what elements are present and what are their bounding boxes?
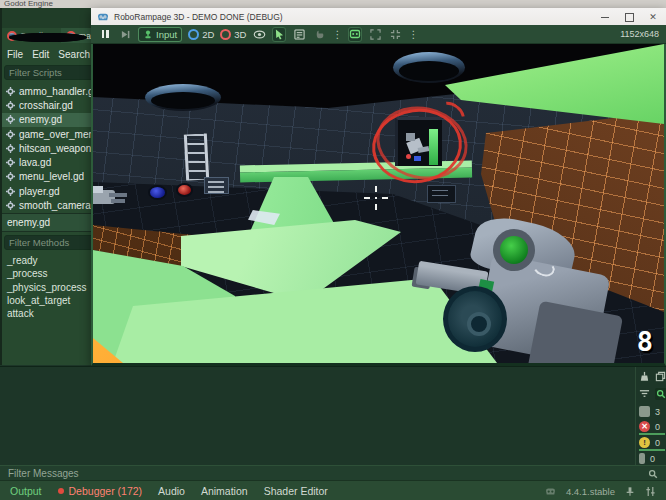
collapse-filter-icon[interactable] bbox=[639, 388, 650, 399]
player-gun bbox=[415, 216, 600, 363]
crosshair bbox=[364, 186, 388, 210]
menu-file[interactable]: File bbox=[7, 49, 23, 60]
method-list: _ready _process _physics_process look_at… bbox=[2, 254, 94, 320]
errors-filter-icon[interactable]: ✕ bbox=[639, 421, 650, 432]
keep-aspect-button[interactable] bbox=[368, 27, 382, 42]
method-name: _process bbox=[7, 268, 48, 279]
camera-override-button[interactable] bbox=[252, 27, 266, 42]
red-annotation-circle bbox=[372, 107, 464, 181]
gear-icon bbox=[6, 87, 15, 96]
method-name: attack bbox=[7, 308, 34, 319]
filter-methods-input[interactable] bbox=[4, 235, 94, 250]
script-list-item[interactable]: game_over_menu.gd bbox=[2, 127, 94, 141]
node-list-button[interactable] bbox=[292, 27, 306, 42]
filter-messages-input[interactable] bbox=[0, 467, 648, 480]
pause-button[interactable] bbox=[98, 27, 112, 42]
gear-icon bbox=[6, 144, 15, 153]
gear-icon bbox=[6, 201, 15, 210]
script-list-item[interactable]: smooth_camera.gd bbox=[2, 198, 94, 212]
script-name: enemy.gd bbox=[19, 114, 62, 125]
minimize-button[interactable] bbox=[600, 12, 610, 22]
next-frame-button[interactable] bbox=[118, 27, 132, 42]
select-mode-button[interactable] bbox=[272, 27, 286, 42]
panel-toggle-icon[interactable] bbox=[645, 486, 656, 497]
script-list: ammo_handler.gd crosshair.gd enemy.gd ga… bbox=[2, 84, 94, 213]
unsaved-dot-icon bbox=[66, 31, 76, 41]
gear-icon bbox=[6, 130, 15, 139]
input-mode-button[interactable]: Input bbox=[138, 27, 182, 42]
editor-count: 0 bbox=[650, 454, 655, 464]
filter-scripts-input[interactable] bbox=[4, 65, 94, 80]
method-list-item[interactable]: attack bbox=[2, 307, 94, 320]
embed-game-button[interactable] bbox=[348, 27, 362, 42]
tab-audio[interactable]: Audio bbox=[158, 485, 185, 497]
script-name: hitscan_weapon.gd bbox=[19, 143, 94, 154]
method-name: _ready bbox=[7, 255, 38, 266]
script-name: menu_level.gd bbox=[19, 171, 84, 182]
gear-icon bbox=[6, 187, 15, 196]
tab-debugger-label: Debugger (172) bbox=[69, 485, 143, 497]
method-list-item[interactable]: _ready bbox=[2, 254, 94, 267]
blue-gem-pickup bbox=[148, 185, 167, 200]
interaction-mode-button[interactable] bbox=[312, 27, 326, 42]
script-name: crosshair.gd bbox=[19, 100, 73, 111]
current-script-name: enemy.gd bbox=[7, 217, 50, 228]
output-log-area[interactable]: 3 ✕ 0 ! 0 0 bbox=[0, 367, 666, 465]
script-list-item[interactable]: crosshair.gd bbox=[2, 98, 94, 112]
wall-screen bbox=[427, 185, 456, 203]
scene-tab-main-level[interactable]: main_le bbox=[61, 28, 94, 43]
menu-search[interactable]: Search bbox=[58, 49, 90, 60]
script-name: game_over_menu.gd bbox=[19, 129, 94, 140]
ceiling-ring-light bbox=[393, 52, 465, 83]
tab-animation[interactable]: Animation bbox=[201, 485, 248, 497]
game-window-titlebar[interactable]: RoboRampage 3D - DEMO DONE (DEBUG) ✕ bbox=[91, 8, 666, 25]
game-viewport[interactable]: 8 bbox=[91, 44, 666, 366]
script-list-item[interactable]: menu_level.gd bbox=[2, 170, 94, 184]
messages-filter-icon[interactable] bbox=[639, 406, 650, 417]
messages-count: 3 bbox=[655, 407, 660, 417]
gear-icon bbox=[6, 115, 15, 124]
menu-edit[interactable]: Edit bbox=[32, 49, 49, 60]
bottom-status-bar: Output Debugger (172) Audio Animation Sh… bbox=[0, 480, 666, 500]
output-panel: 3 ✕ 0 ! 0 0 Output Debugger (172) Audio bbox=[0, 366, 666, 500]
mode-2d-button[interactable]: 2D bbox=[188, 29, 214, 40]
more-options-icon[interactable]: ⋮ bbox=[332, 27, 342, 42]
method-list-item[interactable]: _physics_process bbox=[2, 281, 94, 294]
godot-logo-icon bbox=[97, 12, 109, 22]
method-list-item[interactable]: _process bbox=[2, 267, 94, 280]
tab-debugger[interactable]: Debugger (172) bbox=[58, 485, 143, 497]
stretch-mode-button[interactable] bbox=[388, 27, 402, 42]
warnings-filter-icon[interactable]: ! bbox=[639, 437, 650, 448]
script-name: lava.gd bbox=[19, 157, 51, 168]
script-list-item[interactable]: player.gd bbox=[2, 184, 94, 198]
script-name: ammo_handler.gd bbox=[19, 86, 94, 97]
tab-output[interactable]: Output bbox=[10, 485, 42, 497]
red-gem-pickup bbox=[176, 183, 193, 197]
wall-sign bbox=[204, 177, 229, 194]
mode-3d-button[interactable]: 3D bbox=[220, 29, 246, 40]
search-output-icon[interactable] bbox=[655, 388, 666, 400]
errors-count: 0 bbox=[655, 422, 660, 432]
clear-output-icon[interactable] bbox=[639, 371, 650, 382]
script-list-item[interactable]: hitscan_weapon.gd bbox=[2, 141, 94, 155]
script-list-item-selected[interactable]: enemy.gd bbox=[2, 113, 94, 127]
script-name: smooth_camera.gd bbox=[19, 200, 94, 211]
script-list-item[interactable]: ammo_handler.gd bbox=[2, 84, 94, 98]
maximize-button[interactable] bbox=[624, 12, 634, 22]
output-tools-column: 3 ✕ 0 ! 0 0 bbox=[635, 367, 666, 465]
editor-filter-icon[interactable] bbox=[639, 453, 645, 464]
copy-output-icon[interactable] bbox=[655, 371, 666, 382]
debugger-alert-icon bbox=[58, 488, 64, 494]
mode-3d-label: 3D bbox=[234, 29, 246, 40]
tab-shader-editor[interactable]: Shader Editor bbox=[264, 485, 328, 497]
script-list-item[interactable]: lava.gd bbox=[2, 155, 94, 169]
ceiling-ring-light bbox=[145, 84, 221, 111]
gun-scope-lens bbox=[500, 236, 528, 264]
method-list-item[interactable]: look_at_target bbox=[2, 294, 94, 307]
os-window-title: Godot Engine bbox=[4, 0, 53, 8]
close-button[interactable]: ✕ bbox=[648, 12, 658, 22]
pin-icon[interactable] bbox=[625, 486, 635, 497]
cursor-icon bbox=[275, 29, 284, 40]
search-icon[interactable] bbox=[648, 469, 658, 479]
more-options-icon[interactable]: ⋮ bbox=[408, 27, 418, 42]
